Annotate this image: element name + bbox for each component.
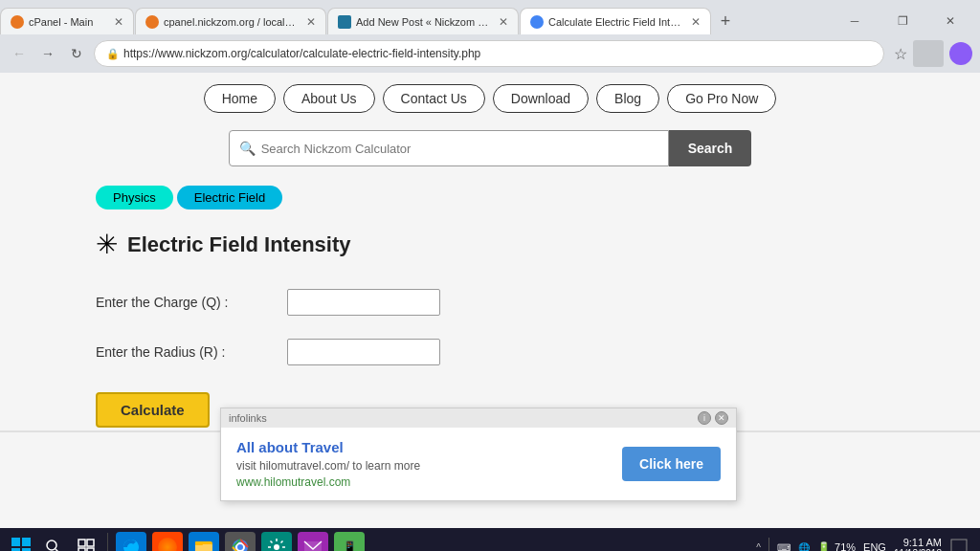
clock-time: 9:11 AM (894, 537, 942, 548)
refresh-button[interactable]: ↻ (65, 42, 88, 65)
charge-input[interactable] (287, 289, 440, 316)
page-title: ✳ Electric Field Intensity (96, 229, 884, 260)
nav-about[interactable]: About Us (283, 84, 375, 113)
battery-info: 🔋 71% (817, 541, 856, 552)
address-input[interactable]: 🔒 https://www.nickzom.org/calculator/cal… (94, 40, 884, 67)
lock-icon: 🔒 (106, 48, 120, 60)
phone-app-icon[interactable]: 📱 (334, 532, 365, 551)
keyboard-icon[interactable]: ⌨ (777, 542, 791, 552)
address-bar-row: ← → ↻ 🔒 https://www.nickzom.org/calculat… (0, 34, 980, 73)
tab-close-icon[interactable]: ✕ (114, 15, 123, 29)
tab-cpanel[interactable]: cPanel - Main ✕ (0, 8, 134, 34)
ad-info-button[interactable]: i (698, 411, 711, 425)
tab-bar: cPanel - Main ✕ cpanel.nickzom.org / loc… (0, 0, 980, 34)
svg-rect-0 (11, 538, 20, 546)
search-bar: 🔍 Search (0, 122, 980, 178)
ad-brand-label: infolinks (229, 412, 267, 424)
tray-arrow[interactable]: ^ (756, 542, 761, 552)
radius-label: Enter the Radius (R) : (96, 344, 287, 360)
url-text: https://www.nickzom.org/calculator/calcu… (123, 47, 480, 60)
search-input[interactable] (261, 142, 658, 156)
svg-point-15 (237, 544, 243, 550)
ad-text: All about Travel visit hilomutravel.com/… (236, 439, 607, 489)
battery-icon: 🔋 (817, 541, 831, 552)
close-button[interactable]: ✕ (928, 8, 972, 34)
breadcrumb-electric-field[interactable]: Electric Field (177, 186, 282, 209)
svg-rect-1 (22, 538, 31, 546)
breadcrumb: Physics Electric Field (0, 178, 980, 221)
taskbar-right: ^ ⌨ 🌐 🔋 71% ENG 9:11 AM 11/13/2018 (756, 532, 972, 551)
charge-label: Enter the Charge (Q) : (96, 295, 287, 310)
taskbar: 📱 ^ ⌨ 🌐 🔋 71% ENG 9:11 AM 11/13/2018 (0, 528, 980, 551)
profile-avatar[interactable] (949, 42, 972, 65)
notification-button[interactable] (949, 532, 972, 551)
ad-header: infolinks i ✕ (221, 408, 736, 428)
tab-cpanel2[interactable]: cpanel.nickzom.org / localhost ✕ (135, 8, 326, 34)
nav-home[interactable]: Home (204, 84, 276, 113)
ad-title: All about Travel (236, 439, 607, 455)
new-tab-button[interactable]: + (712, 8, 739, 34)
chrome-app-icon[interactable] (225, 532, 256, 551)
page-title-text: Electric Field Intensity (127, 232, 351, 257)
radius-input[interactable] (287, 339, 440, 365)
nav-gopro[interactable]: Go Pro Now (667, 84, 776, 113)
nav-download[interactable]: Download (493, 84, 589, 113)
taskbar-clock[interactable]: 9:11 AM 11/13/2018 (894, 537, 942, 552)
ad-body: All about Travel visit hilomutravel.com/… (221, 428, 736, 500)
network-icon[interactable]: 🌐 (798, 542, 810, 552)
ad-url: www.hilomutravel.com (236, 475, 607, 489)
ad-subtitle: visit hilomutravel.com/ to learn more (236, 459, 607, 473)
svg-rect-18 (951, 540, 967, 551)
breadcrumb-physics[interactable]: Physics (96, 186, 173, 209)
radius-form-group: Enter the Radius (R) : (96, 339, 884, 365)
tab-label: Calculate Electric Field Intensity | (548, 16, 685, 28)
tab-label: Add New Post « Nickzom Blog (356, 16, 493, 28)
search-taskbar-icon[interactable] (40, 534, 67, 551)
cortana-app-icon[interactable] (152, 532, 183, 551)
tray-separator (768, 538, 769, 551)
system-tray[interactable]: ^ (756, 542, 761, 552)
bookmark-icon[interactable]: ☆ (894, 45, 907, 63)
lang-label: ENG (863, 541, 886, 551)
svg-rect-11 (195, 544, 212, 551)
calculate-button[interactable]: Calculate (96, 392, 210, 428)
forward-button[interactable]: → (36, 42, 59, 65)
ad-click-button[interactable]: Click here (622, 447, 721, 481)
title-icon: ✳ (96, 229, 118, 260)
svg-rect-7 (87, 540, 94, 546)
svg-rect-6 (78, 540, 85, 546)
nav-blog[interactable]: Blog (596, 84, 659, 113)
ad-close-buttons: i ✕ (698, 411, 728, 425)
nav-bar: Home About Us Contact Us Download Blog G… (0, 73, 980, 122)
clock-date: 11/13/2018 (894, 548, 942, 552)
minimize-button[interactable]: ─ (833, 8, 877, 34)
battery-percent: 71% (835, 541, 856, 551)
svg-point-4 (47, 540, 56, 550)
tab-close-icon[interactable]: ✕ (691, 15, 701, 29)
edge-app-icon[interactable] (116, 532, 146, 551)
ad-close-button[interactable]: ✕ (715, 411, 728, 425)
taskview-icon[interactable] (73, 534, 100, 551)
back-button[interactable]: ← (8, 42, 31, 65)
svg-point-16 (274, 544, 279, 550)
page-content: Home About Us Contact Us Download Blog G… (0, 73, 980, 528)
tab-close-icon[interactable]: ✕ (306, 15, 316, 29)
taskbar-separator (107, 533, 108, 551)
search-button[interactable]: Search (669, 130, 752, 166)
ad-overlay: infolinks i ✕ All about Travel visit hil… (220, 408, 737, 501)
tab-label: cpanel.nickzom.org / localhost (164, 16, 301, 28)
mail-app-icon[interactable] (298, 532, 328, 551)
extension-button[interactable] (913, 40, 944, 67)
charge-form-group: Enter the Charge (Q) : (96, 289, 884, 316)
search-icon: 🔍 (239, 141, 256, 156)
tab-calculator[interactable]: Calculate Electric Field Intensity | ✕ (520, 8, 711, 34)
tab-close-icon[interactable]: ✕ (499, 15, 508, 29)
fileexplorer-app-icon[interactable] (189, 532, 219, 551)
tab-blog[interactable]: Add New Post « Nickzom Blog ✕ (327, 8, 519, 34)
restore-button[interactable]: ❐ (880, 8, 924, 34)
svg-rect-12 (195, 541, 203, 545)
windows-start-button[interactable] (8, 534, 34, 551)
nav-contact[interactable]: Contact Us (383, 84, 485, 113)
tab-label: cPanel - Main (29, 16, 108, 28)
settings-app-icon[interactable] (261, 532, 292, 551)
